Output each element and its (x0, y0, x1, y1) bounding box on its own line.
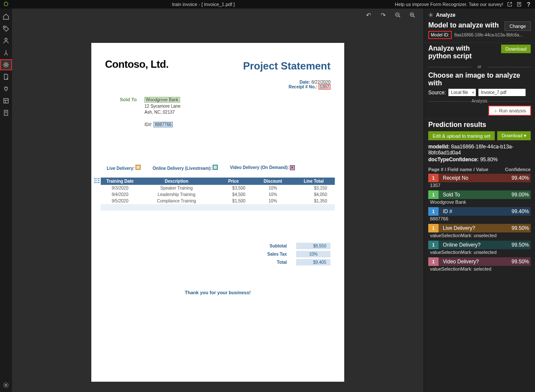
result-row[interactable]: 1ID #99.40%8887766 (428, 207, 531, 223)
col-discount: Discount (253, 178, 292, 185)
redo-icon[interactable]: ↷ (380, 12, 387, 18)
statement-heading: Project Statement (243, 60, 331, 72)
svg-rect-6 (4, 99, 9, 103)
receipt-label: Receipt # No.: (289, 84, 317, 89)
total-value: $9,405 (296, 259, 331, 265)
survey-link[interactable]: Help us improve Form Recognizer. Take ou… (395, 2, 503, 7)
col-price: Price (214, 178, 253, 185)
tax-label: Sales Tax (240, 252, 296, 256)
document-page: Contoso, Ltd. Project Statement Date: 8/… (91, 43, 344, 382)
script-heading: Analyze with python script (428, 45, 493, 60)
table-grid-icon (94, 178, 100, 184)
subtotal-value: $8,550 (296, 243, 331, 249)
sidebar-tag-icon[interactable] (0, 23, 12, 34)
subtotal-label: Subtotal (240, 244, 296, 248)
zoom-in-icon[interactable] (409, 12, 416, 18)
sidebar-settings-icon[interactable] (0, 381, 12, 392)
analyze-heading: Analyze (436, 12, 455, 18)
analyze-panel: Analyze Model to analyze with Change Mod… (424, 9, 535, 392)
titlebar-title: train invoice - [ Invoice_1.pdf ] (12, 2, 395, 7)
analyze-gear-icon (428, 12, 433, 18)
model-heading: Model to analyze with (428, 21, 499, 29)
download-script-button[interactable]: Download (501, 45, 531, 53)
share-icon[interactable] (507, 1, 513, 7)
sidebar-analyze-icon[interactable] (0, 59, 12, 70)
col-date: Training Date (101, 178, 139, 185)
svg-point-21 (495, 111, 496, 112)
or-divider: or (428, 64, 531, 69)
live-delivery-checkbox (135, 165, 141, 170)
sidebar-home-icon[interactable] (0, 11, 12, 22)
thanks-message: Thank you for your business! (91, 290, 344, 295)
sidebar-plug-icon[interactable] (0, 83, 12, 94)
id-value: 8887766 (153, 122, 173, 127)
source-select[interactable]: Local file (448, 89, 475, 96)
document-toolbar: ↶ ↷ (12, 9, 424, 21)
id-label: ID#: (144, 122, 152, 127)
result-row[interactable]: 1Receipt No99.40%1357 (428, 174, 531, 190)
result-row[interactable]: 1Live Delivery?99.50%valueSelectionMark:… (428, 224, 531, 240)
receipt-value: 1357 (319, 84, 331, 90)
download-results-button[interactable]: Download ▾ (497, 131, 531, 140)
sidebar-person-icon[interactable] (0, 35, 12, 46)
doctype-val: 95.80% (480, 157, 498, 163)
online-delivery-label: Online Delivery (Livestream): (153, 166, 212, 171)
svg-point-20 (430, 15, 432, 16)
sidebar-page-icon[interactable] (0, 107, 12, 118)
online-delivery-checkbox (213, 165, 218, 170)
help-icon[interactable]: ? (526, 1, 532, 7)
addr-line-2: Ash, NC, 02137 (144, 110, 175, 115)
result-row[interactable]: 1Online Delivery?99.50%valueSelectionMar… (428, 241, 531, 256)
model-id-label: Model ID: (428, 31, 452, 39)
sidebar-layout-icon[interactable] (0, 95, 12, 106)
edit-upload-button[interactable]: Edit & upload to training set (428, 131, 495, 140)
svg-point-12 (5, 384, 7, 386)
sold-to-label: Sold To (107, 97, 137, 128)
svg-line-14 (399, 16, 400, 18)
undo-icon[interactable]: ↶ (365, 12, 372, 18)
modelid-key: modelId: (428, 144, 450, 150)
app-logo (0, 1, 12, 7)
source-label: Source: (428, 90, 446, 96)
results-hdr-right: Confidence (505, 167, 531, 172)
col-total: Line Total (293, 178, 335, 185)
total-label: Total (240, 260, 296, 265)
live-delivery-label: Live Delivery: (107, 166, 135, 171)
run-analysis-button[interactable]: Run analysis (489, 106, 531, 115)
svg-point-4 (5, 38, 7, 40)
date-label: Date: (300, 80, 310, 84)
titlebar: train invoice - [ Invoice_1.pdf ] Help u… (0, 0, 535, 9)
image-name-input[interactable]: Invoice_7.pdf (478, 89, 526, 96)
analysis-divider: Analysis (428, 99, 531, 103)
doctype-key: docTypeConfidence: (428, 157, 479, 163)
addr-line-1: 12 Sycamore Lane (144, 104, 180, 109)
sidebar-merge-icon[interactable] (0, 47, 12, 58)
results-list: 1Receipt No99.40%13571Sold To99.00%Woodg… (428, 174, 531, 273)
zoom-out-icon[interactable] (394, 12, 401, 18)
sidebar (0, 9, 12, 392)
sidebar-doc-icon[interactable] (0, 71, 12, 82)
result-row[interactable]: 1Video Delivery?99.50%valueSelectionMark… (428, 257, 531, 273)
video-delivery-label: Video Delivery (On Demand): (230, 165, 289, 170)
svg-line-17 (413, 16, 415, 18)
svg-point-3 (4, 27, 5, 28)
feedback-icon[interactable] (516, 1, 522, 7)
col-desc: Description (139, 178, 214, 185)
model-id-value: 8aa16866-16fe-44ca-b13a-8bfc6a... (454, 33, 523, 37)
results-heading: Prediction results (428, 121, 531, 129)
tax-value: 10% (296, 251, 331, 257)
customer-name: Woodgrove Bank (144, 97, 180, 103)
svg-point-5 (5, 63, 7, 66)
results-hdr-left: Page # / Field name / Value (428, 167, 488, 172)
result-row[interactable]: 1Sold To99.00%Woodgrove Bank (428, 190, 531, 206)
change-button[interactable]: Change (505, 21, 531, 31)
line-items-table: Training Date Description Price Discount… (101, 178, 335, 211)
choose-image-heading: Choose an image to analyze with (428, 72, 531, 87)
video-delivery-checkbox: ✕ (290, 165, 295, 170)
